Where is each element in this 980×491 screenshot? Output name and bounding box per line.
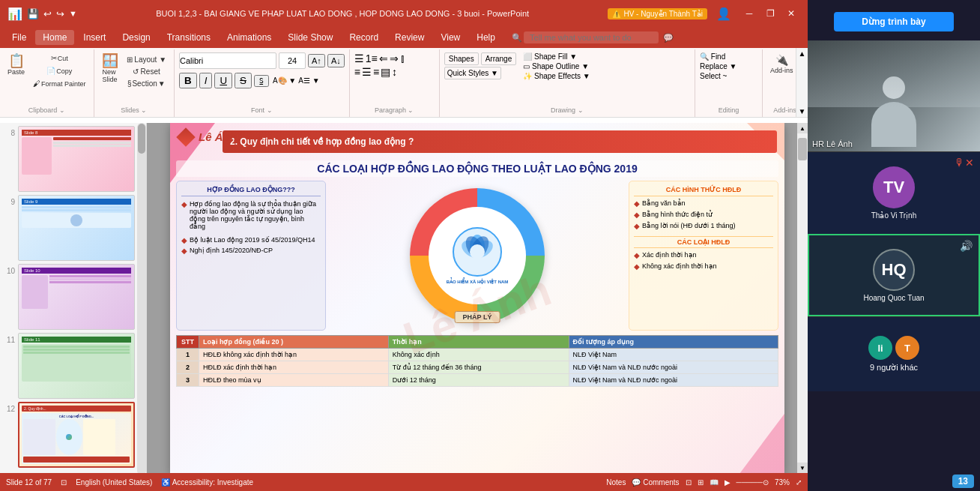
menu-insert[interactable]: Insert	[76, 30, 113, 45]
align-left-button[interactable]: ≡	[354, 66, 360, 78]
bullet-icon-2: ◆	[181, 236, 187, 244]
menu-home[interactable]: Home	[35, 30, 74, 45]
slide-thumbnail-8[interactable]: 8 Slide 8	[3, 126, 143, 192]
menu-file[interactable]: File	[4, 30, 34, 45]
justify-button[interactable]: ▤	[381, 66, 390, 78]
phap-ly-badge: PHÁP LÝ	[455, 311, 500, 323]
hr-le-anh-label: HR Lê Ánh	[812, 139, 853, 148]
format-painter-button[interactable]: 🖌 Format Painter	[30, 78, 89, 89]
slide-panel-scrollbar[interactable]	[137, 123, 146, 475]
paste-button[interactable]: 📋 Paste	[4, 52, 28, 77]
menu-design[interactable]: Design	[115, 30, 157, 45]
layout-button[interactable]: ⊞ Layout ▼	[124, 54, 169, 65]
hoang-quoc-avatar: HQ	[873, 249, 915, 291]
select-button[interactable]: Select ~	[700, 72, 727, 80]
copy-button[interactable]: 📄 Copy	[30, 65, 89, 76]
slide-thumbnail-9[interactable]: 9 Slide 9	[3, 195, 143, 261]
slide-thumbnail-10[interactable]: 10 Slide 10	[3, 264, 143, 330]
restore-button[interactable]: ❐	[761, 6, 779, 21]
add-ins-button[interactable]: 🔌 Add-ins	[767, 52, 796, 76]
shapes-button[interactable]: Shapes	[444, 52, 479, 65]
new-slide-button[interactable]: 🪟 NewSlide	[99, 52, 121, 85]
ribbon-scroll-down[interactable]: ▼	[799, 107, 806, 115]
notes-button[interactable]: Notes	[606, 478, 626, 487]
replace-button[interactable]: Replace ▼	[700, 62, 736, 70]
menu-view[interactable]: View	[433, 30, 468, 45]
svg-point-6	[470, 244, 485, 259]
more-icon[interactable]: ▼	[69, 9, 77, 18]
view-reading-button[interactable]: 📖	[710, 478, 719, 487]
bullets-button[interactable]: ☰	[354, 52, 364, 64]
menu-slideshow[interactable]: Slide Show	[280, 30, 340, 45]
shape-effects-button[interactable]: ✨ Shape Effects ▼	[523, 72, 590, 80]
scroll-up-button[interactable]: ▲	[797, 123, 808, 133]
bhxh-lotus-icon	[451, 226, 503, 278]
fit-slide-button[interactable]: ⤢	[796, 478, 802, 487]
font-name-input[interactable]	[179, 52, 276, 69]
slide-thumbnail-12[interactable]: 12 2. Quy định... CÁC LOẠI HỢP ĐỒNG...	[3, 402, 143, 468]
minimize-button[interactable]: ─	[740, 6, 758, 21]
slide-thumbnail-11[interactable]: 11 Slide 11	[3, 333, 143, 399]
align-right-button[interactable]: ≡	[373, 66, 379, 78]
table-header-thoihan: Thời hạn	[388, 335, 569, 348]
quick-styles-button[interactable]: Quick Styles ▼	[444, 67, 501, 79]
underline-button[interactable]: U	[214, 73, 232, 88]
bold-button[interactable]: B	[179, 73, 197, 88]
italic-button[interactable]: I	[199, 73, 213, 88]
scrollbar-thumb[interactable]	[138, 124, 145, 154]
section-button[interactable]: § Section ▼	[124, 78, 169, 89]
bhxh-ring: BẢO HIỂM XÃ HỘI VIỆT NAM	[410, 188, 545, 323]
find-button[interactable]: 🔍 Find	[700, 52, 725, 61]
profile-icon: 👤	[716, 7, 731, 21]
view-normal-button[interactable]: ⊡	[686, 478, 692, 487]
menu-review[interactable]: Review	[387, 30, 432, 45]
indent-decrease-button[interactable]: ⇐	[379, 52, 388, 64]
menu-transitions[interactable]: Transitions	[160, 30, 218, 45]
main-scrollbar-thumb[interactable]	[798, 138, 807, 160]
main-scrollbar[interactable]: ▲ ▼	[797, 123, 808, 473]
indent-increase-button[interactable]: ⇒	[390, 52, 399, 64]
numbering-button[interactable]: 1≡	[366, 52, 378, 64]
view-slide-show-button[interactable]: ▶	[725, 478, 731, 487]
view-slide-sorter-button[interactable]: ⊞	[698, 478, 704, 487]
stop-presenting-button[interactable]: Dừng trình bày	[834, 12, 954, 31]
highlight-color-picker[interactable]: A☰ ▼	[298, 76, 319, 85]
mic-off-icon: 🎙✕	[955, 157, 974, 169]
font-size-input[interactable]	[279, 52, 306, 69]
window-title: BUOI 1,2,3 - BAI GIANG VE PHAP LUAT LAO …	[83, 9, 602, 18]
editing-label: Editing	[719, 105, 739, 114]
decrease-font-button[interactable]: A↓	[327, 54, 345, 67]
bhxh-inner-circle: BẢO HIỂM XÃ HỘI VIỆT NAM	[429, 207, 526, 304]
redo-icon[interactable]: ↪	[56, 8, 64, 19]
comments-button[interactable]: 💬 Comments	[632, 478, 679, 487]
drawing-label: Drawing ⌄	[551, 105, 584, 114]
scroll-down-button[interactable]: ▼	[797, 463, 808, 473]
cut-button[interactable]: ✂ Cut	[30, 52, 89, 64]
menu-help[interactable]: Help	[469, 30, 503, 45]
font-color-picker[interactable]: A🎨 ▼	[273, 76, 296, 85]
close-button[interactable]: ✕	[782, 6, 800, 21]
columns-button[interactable]: ⫿	[400, 52, 405, 64]
zoom-slider[interactable]: ─────⊙	[736, 478, 769, 487]
arrange-button[interactable]: Arrange	[481, 52, 517, 65]
thao-vi-name: Thảo Vi Trịnh	[871, 211, 917, 220]
increase-font-button[interactable]: A↑	[308, 54, 325, 67]
shape-fill-button[interactable]: ⬜ Shape Fill ▼	[523, 52, 590, 61]
right-title-2: CÁC LOẠI HĐLĐ	[634, 236, 773, 248]
shape-outline-button[interactable]: ▭ Shape Outline ▼	[523, 62, 590, 70]
table-cell-loai-3: HĐLĐ theo mùa vụ	[199, 373, 389, 386]
line-spacing-button[interactable]: ↕	[392, 66, 397, 78]
strikethrough-button[interactable]: S	[235, 73, 252, 88]
shadow-button[interactable]: S̲	[254, 75, 269, 87]
info-grid: HỢP ĐỒNG LAO ĐỘNG??? ◆ Hợp đồng lao động…	[176, 181, 778, 331]
slide-canvas[interactable]: Lê Ánh 2. Quy định chi tiết về hợp đồng …	[170, 123, 784, 473]
menu-record[interactable]: Record	[342, 30, 386, 45]
menu-animations[interactable]: Animations	[220, 30, 279, 45]
undo-icon[interactable]: ↩	[43, 8, 52, 19]
ribbon-scroll-up[interactable]: ▲	[799, 49, 806, 58]
tell-me-input[interactable]	[524, 31, 659, 43]
align-center-button[interactable]: ☰	[362, 66, 372, 78]
reset-button[interactable]: ↺ Reset	[124, 66, 169, 77]
paste-icon: 📋	[8, 54, 25, 67]
save-icon[interactable]: 💾	[27, 8, 39, 19]
